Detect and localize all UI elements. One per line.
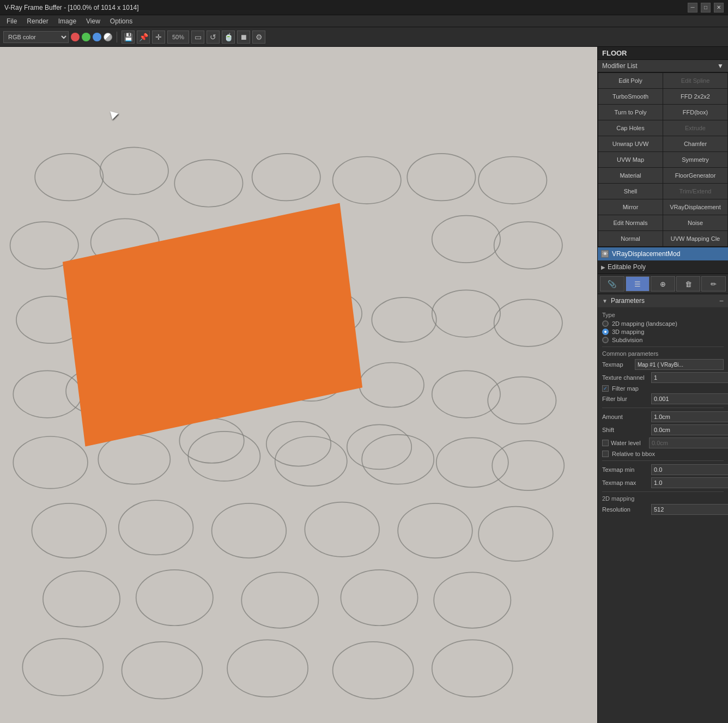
texmap-row: Texmap Map #1 ( VRayBi... xyxy=(602,359,724,370)
mod-trim-extend[interactable]: Trim/Extend xyxy=(663,184,727,199)
radio-3d-mapping[interactable]: 3D mapping xyxy=(602,329,724,335)
svg-point-28 xyxy=(305,502,379,557)
mod-turbosmooth[interactable]: TurboSmooth xyxy=(598,89,663,104)
texmap-min-input[interactable] xyxy=(651,464,728,475)
parameters-section: ▼ Parameters − Type 2D mapping (landscap… xyxy=(598,294,728,520)
visibility-toggle[interactable]: 👁 xyxy=(601,250,609,258)
mod-edit-spline[interactable]: Edit Spline xyxy=(663,73,727,88)
mod-cap-holes[interactable]: Cap Holes xyxy=(598,120,663,136)
red-channel-dot[interactable] xyxy=(71,33,80,41)
maximize-button[interactable]: □ xyxy=(701,3,711,13)
mod-edit-normals[interactable]: Edit Normals xyxy=(598,215,663,230)
radio-3d-dot[interactable] xyxy=(602,329,609,335)
texmap-min-spinbox: ▲ ▼ xyxy=(651,464,728,475)
common-params-label: Common parameters xyxy=(602,350,724,357)
stack-item-vray-displacement[interactable]: 👁 VRayDisplacementMod xyxy=(598,247,728,260)
mod-noise[interactable]: Noise xyxy=(663,215,727,230)
svg-point-19 xyxy=(98,435,170,484)
render-icon[interactable]: 🍵 xyxy=(222,31,235,44)
filter-blur-label: Filter blur xyxy=(602,396,651,402)
resolution-input[interactable] xyxy=(651,504,728,515)
modifier-list-arrow: ▼ xyxy=(717,62,724,70)
mod-chamfer[interactable]: Chamfer xyxy=(663,136,727,151)
stack-item-editable-poly[interactable]: ▶ Editable Poly xyxy=(598,260,728,274)
resolution-row: Resolution ▲ ▼ xyxy=(602,504,724,515)
green-channel-dot[interactable] xyxy=(82,33,90,41)
stack-edit-button[interactable]: ✏ xyxy=(701,276,726,291)
blue-channel-dot[interactable] xyxy=(93,33,101,41)
mod-extrude[interactable]: Extrude xyxy=(663,120,727,136)
mod-edit-poly[interactable]: Edit Poly xyxy=(598,73,663,88)
water-level-spinbox: ▲ ▼ xyxy=(649,438,728,448)
svg-point-39 xyxy=(333,642,414,699)
svg-point-4 xyxy=(333,157,401,204)
settings-icon[interactable]: ⚙ xyxy=(252,31,265,44)
save-icon[interactable]: 💾 xyxy=(122,31,135,44)
separator-4 xyxy=(602,491,724,492)
menu-file[interactable]: File xyxy=(2,16,21,26)
close-button[interactable]: ✕ xyxy=(714,3,724,13)
stop-icon[interactable]: ⏹ xyxy=(237,31,250,44)
radio-subdivision[interactable]: Subdivision xyxy=(602,337,724,343)
parameters-header[interactable]: ▼ Parameters − xyxy=(598,294,728,307)
mod-ffd-box[interactable]: FFD(box) xyxy=(663,105,727,120)
menu-render[interactable]: Render xyxy=(22,16,52,26)
mod-turn-to-poly[interactable]: Turn to Poly xyxy=(598,105,663,120)
mod-symmetry[interactable]: Symmetry xyxy=(663,152,727,167)
filter-blur-input[interactable] xyxy=(651,393,728,404)
channel-select[interactable]: RGB color xyxy=(3,31,69,43)
undo-icon[interactable]: ↺ xyxy=(207,31,220,44)
menu-image[interactable]: Image xyxy=(54,16,81,26)
shift-input[interactable] xyxy=(651,424,728,435)
mod-uvw-mapping-cle[interactable]: UVW Mapping Cle xyxy=(663,231,727,246)
panel-title: FLOOR xyxy=(602,49,627,57)
frame-icon[interactable]: ▭ xyxy=(191,31,204,44)
stack-delete-button[interactable]: 🗑 xyxy=(676,276,701,291)
filter-blur-spinbox: ▲ ▼ xyxy=(651,393,728,404)
mod-normal[interactable]: Normal xyxy=(598,231,663,246)
stack-add-button[interactable]: ⊕ xyxy=(651,276,675,291)
zoom-label[interactable]: 50% xyxy=(167,31,189,44)
radio-2d-dot[interactable] xyxy=(602,320,609,327)
stack-pin-button[interactable]: 📎 xyxy=(600,276,624,291)
filter-map-row[interactable]: Filter map xyxy=(602,385,724,392)
svg-point-30 xyxy=(478,507,553,561)
menu-options[interactable]: Options xyxy=(106,16,137,26)
mod-vray-displacement[interactable]: VRayDisplacement xyxy=(663,199,727,215)
svg-point-13 xyxy=(494,299,562,347)
stack-list-button[interactable]: ☰ xyxy=(626,276,650,291)
amount-input[interactable] xyxy=(651,411,728,422)
mod-uvw-map[interactable]: UVW Map xyxy=(598,152,663,167)
floor-background: .circ { fill: none; stroke: #7a7975; str… xyxy=(0,47,597,723)
water-level-input[interactable] xyxy=(649,438,728,448)
mod-shell[interactable]: Shell xyxy=(598,184,663,199)
alpha-channel-dot[interactable] xyxy=(104,33,112,41)
texmap-max-input[interactable] xyxy=(651,477,728,488)
filter-map-checkbox[interactable] xyxy=(602,385,609,392)
water-level-checkbox[interactable] xyxy=(602,440,609,446)
mod-floor-generator[interactable]: FloorGenerator xyxy=(663,168,727,183)
expand-arrow[interactable]: ▶ xyxy=(601,264,605,270)
texmap-max-row: Texmap max ▲ ▼ xyxy=(602,477,724,488)
cursor-icon[interactable]: ✛ xyxy=(152,31,165,44)
minimize-button[interactable]: ─ xyxy=(688,3,697,13)
texture-channel-spinbox: ▲ ▼ xyxy=(651,372,728,383)
relative-to-bbox-row[interactable]: Relative to bbox xyxy=(602,451,724,457)
texmap-min-row: Texmap min ▲ ▼ xyxy=(602,464,724,475)
texmap-min-label: Texmap min xyxy=(602,466,651,473)
menu-view[interactable]: View xyxy=(82,16,105,26)
relative-to-bbox-checkbox[interactable] xyxy=(602,451,609,457)
radio-subdiv-dot[interactable] xyxy=(602,337,609,343)
modifier-list-header[interactable]: Modifier List ▼ xyxy=(598,60,728,72)
mod-material[interactable]: Material xyxy=(598,168,663,183)
texmap-button[interactable]: Map #1 ( VRayBi... xyxy=(635,359,724,370)
params-collapse-button[interactable]: − xyxy=(719,296,724,305)
viewport[interactable]: .circ { fill: none; stroke: #7a7975; str… xyxy=(0,47,597,723)
texture-channel-input[interactable] xyxy=(651,372,728,383)
svg-point-43 xyxy=(372,297,436,342)
mod-unwrap-uvw[interactable]: Unwrap UVW xyxy=(598,136,663,151)
mod-mirror[interactable]: Mirror xyxy=(598,199,663,215)
radio-2d-mapping[interactable]: 2D mapping (landscape) xyxy=(602,320,724,327)
pin-icon[interactable]: 📌 xyxy=(137,31,150,44)
mod-ffd2x2x2[interactable]: FFD 2x2x2 xyxy=(663,89,727,104)
